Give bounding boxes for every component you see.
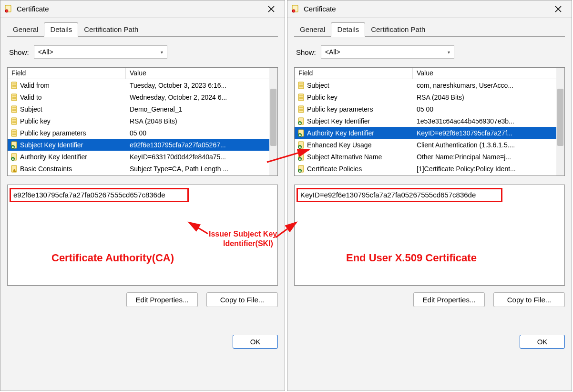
doc-icon [10,93,19,101]
doc-icon [297,105,306,113]
edit-properties-button[interactable]: Edit Properties... [126,292,198,307]
row-field: Subject Key Identifier [306,117,413,125]
window-title: Certificate [304,5,549,13]
tab-general[interactable]: General [7,23,44,36]
button-row: Edit Properties... Copy to File... [294,292,565,307]
ext-icon [297,129,306,137]
row-value: RSA (2048 Bits) [126,117,277,125]
column-header-field[interactable]: Field [295,68,413,79]
column-header-field[interactable]: Field [8,68,126,79]
row-value: Tuesday, October 3, 2023 6:16... [126,82,277,89]
row-value: com, nareshkumars, UserAcco... [413,82,564,89]
tab-general[interactable]: General [294,23,331,36]
table-row[interactable]: Public key parameters05 00 [8,127,277,139]
svg-point-28 [14,171,14,171]
table-row[interactable]: Authority Key IdentifierKeyID=633170d0d4… [8,151,277,163]
table-row[interactable]: Authority Key IdentifierKeyID=e92f6e1307… [295,127,564,139]
copy-to-file-button[interactable]: Copy to File... [206,292,278,307]
list-body: Subjectcom, nareshkumars, UserAcco...Pub… [295,79,564,175]
row-value: KeyID=e92f6e130795cfa7a27f... [413,129,564,137]
table-row[interactable]: Enhanced Key UsageClient Authentication … [295,139,564,151]
doc-icon [297,93,306,101]
row-field: Authority Key Identifier [19,153,126,161]
svg-point-30 [292,10,295,12]
doc-icon [10,117,19,125]
ok-row: OK [294,335,565,349]
scrollbar-thumb[interactable] [270,89,276,146]
row-field: Subject Key Identifier [19,141,126,149]
show-select[interactable]: <All> ▾ [34,45,167,59]
ok-button[interactable]: OK [520,335,565,349]
table-row[interactable]: Valid fromTuesday, October 3, 2023 6:16.… [8,79,277,91]
ext-icon [10,153,19,161]
show-select-value: <All> [325,48,340,56]
field-list-panel: Field Value Subjectcom, nareshkumars, Us… [294,67,565,176]
edit-properties-button[interactable]: Edit Properties... [413,292,485,307]
row-field: Public key [19,117,126,125]
svg-point-1 [5,10,8,12]
table-row[interactable]: Public key parameters05 00 [295,103,564,115]
copy-to-file-button[interactable]: Copy to File... [493,292,565,307]
tabstrip: General Details Certification Path [7,22,278,37]
table-row[interactable]: Subjectcom, nareshkumars, UserAcco... [295,79,564,91]
row-value: 1e53e31c64ac44b4569307e3b... [413,117,564,125]
column-header-value[interactable]: Value [126,68,277,79]
list-header: Field Value [295,68,564,79]
row-field: Basic Constraints [19,165,126,173]
certificate-dialog-left: Certificate General Details Certificatio… [0,0,285,391]
table-row[interactable]: Subject Alternative NameOther Name:Princ… [295,151,564,163]
close-button[interactable] [262,2,281,16]
doc-icon [10,82,19,89]
table-row[interactable]: SubjectDemo_General_1 [8,103,277,115]
tab-certification-path[interactable]: Certification Path [365,23,431,36]
row-field: Subject Alternative Name [306,153,413,161]
ext-icon [297,165,306,173]
row-field: Subject [306,82,413,89]
tab-certification-path[interactable]: Certification Path [78,23,144,36]
show-filter-row: Show: <All> ▾ [296,45,563,59]
row-value: Demo_General_1 [126,105,277,113]
table-row[interactable]: Valid toWednesday, October 2, 2024 6... [8,91,277,103]
table-row[interactable]: Basic ConstraintsSubject Type=CA, Path L… [8,163,277,175]
scrollbar[interactable] [556,68,564,175]
list-body: Valid fromTuesday, October 3, 2023 6:16.… [8,79,277,175]
show-filter-row: Show: <All> ▾ [9,45,276,59]
table-row[interactable]: Public keyRSA (2048 Bits) [8,115,277,127]
row-value: Client Authentication (1.3.6.1.5.... [413,141,564,149]
table-row[interactable]: Public keyRSA (2048 Bits) [295,91,564,103]
button-row: Edit Properties... Copy to File... [7,292,278,307]
row-field: Public key parameters [19,129,126,137]
certificate-icon [4,5,13,13]
close-button[interactable] [549,2,568,16]
ext-icon [297,153,306,161]
row-field: Public key [306,93,413,101]
doc-icon [10,105,19,113]
row-value: 05 00 [413,105,564,113]
table-row[interactable]: Subject Key Identifiere92f6e130795cfa7a2… [8,139,277,151]
table-row[interactable]: Subject Key Identifier1e53e31c64ac44b456… [295,115,564,127]
row-value: [1]Certificate Policy:Policy Ident... [413,165,564,173]
show-label: Show: [296,48,316,56]
tab-details[interactable]: Details [44,22,78,37]
ext-icon [297,117,306,125]
ok-button[interactable]: OK [233,335,278,349]
doc-icon [10,129,19,137]
ext-icon [10,141,19,149]
dialog-body: General Details Certification Path Show:… [0,18,285,391]
scrollbar[interactable] [269,68,277,175]
window-title: Certificate [17,5,262,13]
show-label: Show: [9,48,29,56]
row-field: Valid from [19,82,126,89]
close-icon [268,6,275,12]
row-value: 05 00 [126,129,277,137]
column-header-value[interactable]: Value [413,68,564,79]
detail-text: KeyID=e92f6e130795cfa7a27fa05267555cd657… [300,191,476,199]
chevron-down-icon: ▾ [161,50,163,55]
row-field: Certificate Policies [306,165,413,173]
row-value: Subject Type=CA, Path Length ... [126,165,277,173]
tab-details[interactable]: Details [331,22,365,37]
table-row[interactable]: Certificate Policies[1]Certificate Polic… [295,163,564,175]
row-field: Enhanced Key Usage [306,141,413,149]
scrollbar-thumb[interactable] [557,89,563,146]
show-select[interactable]: <All> ▾ [321,45,454,59]
